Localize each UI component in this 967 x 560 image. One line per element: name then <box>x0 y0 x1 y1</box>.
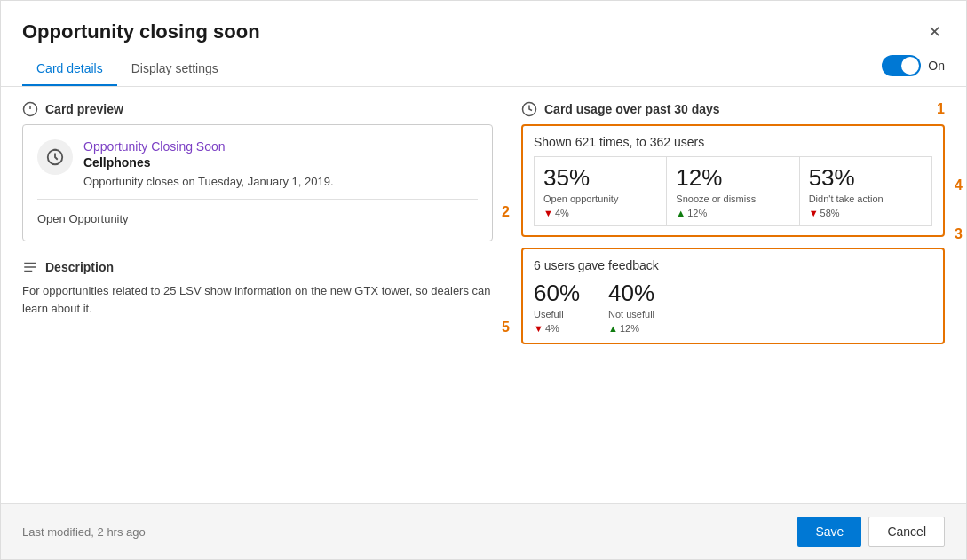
stats-box: Shown 621 times, to 362 users 35% Open o… <box>521 124 945 237</box>
card-content: Opportunity Closing Soon Cellphones Oppo… <box>83 139 478 188</box>
card-subtitle: Cellphones <box>83 155 478 170</box>
card-action: Open Opportunity <box>37 199 478 226</box>
stat-change-open: ▼ 4% <box>543 208 657 218</box>
tabs-row: Card details Display settings On <box>1 52 966 87</box>
dialog-header: Opportunity closing soon ✕ <box>1 1 966 45</box>
stat-pct-snooze: 12% <box>676 164 789 192</box>
dialog-title: Opportunity closing soon <box>22 20 260 43</box>
stats-row: 35% Open opportunity ▼ 4% 12% Snooze or … <box>534 156 932 226</box>
card-inner: Opportunity Closing Soon Cellphones Oppo… <box>37 139 478 188</box>
footer-modified: Last modified, 2 hrs ago <box>22 525 146 539</box>
feedback-change-not-useful: ▲ 12% <box>608 323 654 334</box>
stat-change-no-action: ▼ 58% <box>809 208 923 218</box>
arrow-down-icon-3: ▼ <box>534 323 543 334</box>
dialog-body: Card preview Opportunity Closing Soon <box>1 87 966 503</box>
right-panel: Card usage over past 30 days 1 2 4 Shown… <box>521 101 945 489</box>
card-action-button[interactable]: Open Opportunity <box>37 212 129 225</box>
footer-buttons: Save Cancel <box>797 517 945 547</box>
stat-cell-no-action: 53% Didn't take action ▼ 58% <box>799 156 932 226</box>
description-icon <box>22 259 38 275</box>
arrow-down-icon: ▼ <box>543 208 553 218</box>
stat-desc-open: Open opportunity <box>543 193 657 204</box>
dialog: Opportunity closing soon ✕ Card details … <box>0 0 967 560</box>
stat-change-snooze: ▲ 12% <box>676 208 789 218</box>
feedback-change-useful: ▼ 4% <box>534 323 580 334</box>
card-title-link: Opportunity Closing Soon <box>83 139 478 154</box>
feedback-cell-useful: 60% Usefull ▼ 4% <box>534 280 580 334</box>
stat-cell-snooze: 12% Snooze or dismiss ▲ 12% <box>666 156 798 226</box>
feedback-desc-useful: Usefull <box>534 309 580 319</box>
card-timer-icon <box>45 147 65 167</box>
usage-icon <box>521 101 537 117</box>
annotation-2: 2 <box>502 204 510 220</box>
arrow-up-icon: ▲ <box>676 208 686 218</box>
stat-pct-open: 35% <box>543 164 657 192</box>
annotation-5: 5 <box>502 319 510 335</box>
description-label: Description <box>22 259 493 275</box>
annotation-4: 4 <box>955 177 963 193</box>
feedback-row: 60% Usefull ▼ 4% 40% Not usefull <box>534 280 932 334</box>
close-button[interactable]: ✕ <box>924 19 945 45</box>
dialog-footer: Last modified, 2 hrs ago Save Cancel <box>1 503 966 559</box>
tab-display-settings[interactable]: Display settings <box>117 52 233 86</box>
arrow-down-icon-2: ▼ <box>809 208 819 218</box>
feedback-header: 6 users gave feedback <box>534 258 932 272</box>
toggle-knob <box>901 57 919 75</box>
preview-icon <box>22 101 38 117</box>
left-panel: Card preview Opportunity Closing Soon <box>22 101 493 489</box>
stat-cell-open: 35% Open opportunity ▼ 4% <box>534 156 666 226</box>
tab-card-details[interactable]: Card details <box>22 52 117 86</box>
card-icon-wrap <box>37 139 73 175</box>
card-preview-section: Card preview Opportunity Closing Soon <box>22 101 493 241</box>
shown-text: Shown 621 times, to 362 users <box>534 135 932 149</box>
cancel-button[interactable]: Cancel <box>868 517 945 547</box>
feedback-cell-not-useful: 40% Not usefull ▲ 12% <box>608 280 654 334</box>
stat-pct-no-action: 53% <box>809 164 923 192</box>
stat-desc-snooze: Snooze or dismiss <box>676 193 789 204</box>
feedback-desc-not-useful: Not usefull <box>608 309 654 319</box>
card-preview: Opportunity Closing Soon Cellphones Oppo… <box>22 124 493 241</box>
annotation-1: 1 <box>937 101 945 117</box>
stat-desc-no-action: Didn't take action <box>809 193 923 204</box>
tabs: Card details Display settings <box>22 52 233 86</box>
description-text: For opportunities related to 25 LSV show… <box>22 282 493 317</box>
annotation-3: 3 <box>955 226 963 247</box>
save-button[interactable]: Save <box>797 517 861 547</box>
card-preview-label: Card preview <box>22 101 493 117</box>
feedback-box: 6 users gave feedback 60% Usefull ▼ 4% <box>521 248 945 344</box>
card-body-text: Opportunity closes on Tuesday, January 1… <box>83 175 478 188</box>
feedback-pct-useful: 60% <box>534 280 580 307</box>
feedback-pct-not-useful: 40% <box>608 280 654 307</box>
arrow-up-icon-2: ▲ <box>608 323 618 334</box>
toggle-label: On <box>928 59 945 73</box>
toggle-switch[interactable] <box>882 55 921 76</box>
usage-header: Card usage over past 30 days 1 <box>521 101 945 117</box>
toggle-area: On <box>882 55 945 83</box>
description-section: Description For opportunities related to… <box>22 259 493 317</box>
